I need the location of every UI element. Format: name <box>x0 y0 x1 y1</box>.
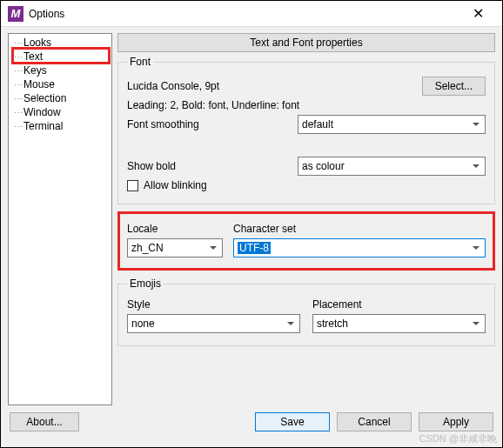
category-tree[interactable]: ⋯Looks ⋯Text ⋯Keys ⋯Mouse ⋯Selection ⋯Wi… <box>8 33 112 405</box>
tree-dots-icon: ⋯ <box>14 122 22 131</box>
show-bold-select[interactable]: as colour <box>298 157 486 176</box>
tree-dots-icon: ⋯ <box>14 66 22 76</box>
titlebar: M Options ✕ <box>1 1 502 27</box>
apply-button[interactable]: Apply <box>419 412 493 431</box>
tree-label: Terminal <box>23 120 63 132</box>
tree-dots-icon: ⋯ <box>14 80 22 90</box>
footer: About... Save Cancel Apply <box>1 405 502 438</box>
font-smoothing-label: Font smoothing <box>127 118 292 130</box>
charset-select[interactable]: UTF-8 <box>233 238 486 257</box>
locale-label: Locale <box>127 223 223 235</box>
select-value: default <box>302 118 333 130</box>
font-group: Font Lucida Console, 9pt Select... Leadi… <box>117 56 495 204</box>
font-smoothing-select[interactable]: default <box>298 115 486 134</box>
emoji-placement-label: Placement <box>312 298 486 311</box>
charset-label: Character set <box>233 223 486 235</box>
emoji-placement-select[interactable]: stretch <box>312 314 486 333</box>
emojis-group: Emojis Style none Placement stretch <box>117 277 495 346</box>
about-button[interactable]: About... <box>10 412 79 431</box>
cancel-button[interactable]: Cancel <box>337 412 412 431</box>
tree-item-text[interactable]: ⋯Text <box>9 50 111 64</box>
select-value: UTF-8 <box>238 242 271 254</box>
properties-button[interactable]: Text and Font properties <box>117 33 495 52</box>
tree-label: Looks <box>23 37 51 49</box>
font-leading-text: Leading: 2, Bold: font, Underline: font <box>127 99 299 111</box>
tree-item-looks[interactable]: ⋯Looks <box>9 36 111 50</box>
tree-item-window[interactable]: ⋯Window <box>9 105 111 119</box>
select-value: none <box>131 318 155 330</box>
checkbox-icon <box>127 180 138 191</box>
tree-dots-icon: ⋯ <box>14 52 22 62</box>
tree-label: Text <box>23 50 43 63</box>
close-icon[interactable]: ✕ <box>460 5 495 22</box>
tree-dots-icon: ⋯ <box>14 94 22 104</box>
select-value: as colour <box>302 160 345 172</box>
select-value: stretch <box>317 318 348 330</box>
tree-dots-icon: ⋯ <box>14 108 22 117</box>
window-title: Options <box>29 8 460 20</box>
tree-dots-icon: ⋯ <box>14 38 22 48</box>
tree-item-terminal[interactable]: ⋯Terminal <box>9 119 111 133</box>
save-button[interactable]: Save <box>255 412 330 431</box>
tree-item-selection[interactable]: ⋯Selection <box>9 91 111 105</box>
options-dialog: M Options ✕ ⋯Looks ⋯Text ⋯Keys ⋯Mouse ⋯S… <box>0 0 503 448</box>
tree-label: Selection <box>23 92 66 104</box>
allow-blinking-label: Allow blinking <box>144 179 207 191</box>
locale-highlight-box: Locale zh_CN Character set UTF-8 <box>117 211 495 271</box>
tree-item-keys[interactable]: ⋯Keys <box>9 64 111 77</box>
app-icon: M <box>8 6 23 22</box>
font-select-button[interactable]: Select... <box>422 77 486 96</box>
emoji-style-label: Style <box>127 298 300 311</box>
locale-select[interactable]: zh_CN <box>127 238 223 257</box>
emojis-legend: Emojis <box>127 277 164 290</box>
tree-label: Window <box>23 106 61 118</box>
font-legend: Font <box>127 56 153 68</box>
show-bold-label: Show bold <box>127 160 292 172</box>
tree-label: Keys <box>23 64 47 77</box>
tree-item-mouse[interactable]: ⋯Mouse <box>9 77 111 91</box>
emoji-style-select[interactable]: none <box>127 314 300 333</box>
tree-label: Mouse <box>23 78 55 90</box>
font-description: Lucida Console, 9pt <box>127 80 417 92</box>
allow-blinking-checkbox[interactable]: Allow blinking <box>127 179 486 191</box>
select-value: zh_CN <box>131 242 164 254</box>
